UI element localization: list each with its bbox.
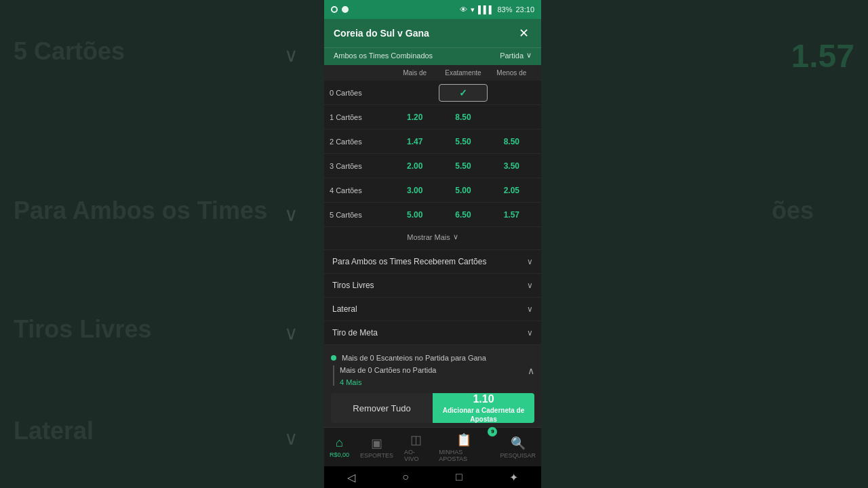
nav-label-minhas-apostas: MINHAS APOSTAS [439,449,489,462]
remove-button[interactable]: Remover Tudo [331,393,433,423]
apostas-badge: 9 [488,427,497,436]
show-more-button[interactable]: Mostrar Mais ∨ [324,227,541,247]
row-value-2-menos[interactable]: 8.50 [488,134,536,149]
row-label-4: 4 Cartões [330,186,391,195]
row-value-1-mais[interactable]: 1.20 [391,110,439,125]
android-recents-button[interactable]: □ [456,471,462,483]
row-value-3-exatamente[interactable]: 5.50 [439,159,487,174]
nav-item-pesquisar[interactable]: 🔍 PESQUISAR [494,433,541,462]
modal: 👁 ▾ ▌▌▌ 83% 23:10 Coreia do Sul v Gana ✕… [324,0,541,488]
table-header: Mais de Exatamente Menos de [324,65,541,81]
row-value-4-menos[interactable]: 2.05 [488,183,536,198]
row-value-1-menos [488,115,536,120]
section-label-2: Lateral [332,304,357,314]
pesquisar-icon: 🔍 [511,436,526,451]
row-value-0-exatamente[interactable]: ✓ [439,84,487,102]
bg-chevron-2: ∨ [284,203,298,226]
add-button-label: Adicionar a Caderneta de Apostas [433,406,534,424]
bg-text-1: 5 Cartões [14,37,125,66]
selection-item-2: Mais de 0 Cartões no Partida [340,365,522,375]
ao-vivo-icon: ◫ [410,432,422,447]
nav-label-esportes: ESPORTES [360,452,393,459]
android-assist-button[interactable]: ✦ [509,471,518,484]
row-value-1-exatamente[interactable]: 8.50 [439,110,487,125]
section-label-3: Tiro de Meta [332,328,378,338]
table-row: 1 Cartões 1.20 8.50 [324,105,541,129]
android-home-button[interactable]: ○ [402,471,409,483]
vertical-line [333,365,334,386]
modal-body[interactable]: Mais de Exatamente Menos de 0 Cartões ✓ … [324,65,541,345]
status-left-icons [331,6,349,13]
bg-text-4: ões [772,197,814,225]
col-header-empty [330,69,391,77]
section-chevron-icon-2: ∨ [527,304,533,314]
row-value-5-mais[interactable]: 5.00 [391,207,439,222]
bottom-panel: Mais de 0 Escanteios no Partida para Gan… [324,345,541,427]
section-both-teams-cards[interactable]: Para Ambos os Times Receberem Cartões ∨ [324,249,541,273]
selection-text-1: Mais de 0 Escanteios no Partida para Gan… [342,353,486,363]
add-to-betslip-button[interactable]: 1.10 Adicionar a Caderneta de Apostas [433,393,534,423]
android-back-button[interactable]: ◁ [347,471,355,484]
close-button[interactable]: ✕ [516,26,532,41]
minhas-apostas-icon: 📋 [456,432,471,447]
row-value-0-menos [488,90,536,96]
bg-text-6: Lateral [14,417,94,445]
nav-item-esportes[interactable]: ▣ ESPORTES [355,433,399,462]
col-header-exatamente: Exatamente [439,69,487,77]
time-text: 23:10 [515,5,534,14]
col-header-menos: Menos de [488,69,536,77]
bg-text-2: 1.57 [791,37,854,75]
section-chevron-icon-0: ∨ [527,257,533,266]
selections-list: Mais de 0 Escanteios no Partida para Gan… [331,350,534,389]
row-value-3-mais[interactable]: 2.00 [391,159,439,174]
nav-label-ao-vivo: AO-VIVO [404,449,428,462]
row-label-5: 5 Cartões [330,211,391,219]
section-lateral[interactable]: Lateral ∨ [324,297,541,321]
selection-item-1: Mais de 0 Escanteios no Partida para Gan… [331,353,534,363]
table-section: Mais de Exatamente Menos de 0 Cartões ✓ … [324,65,541,249]
section-label-0: Para Ambos os Times Receberem Cartões [332,257,486,266]
row-label-2: 2 Cartões [330,138,391,146]
home-icon: ⌂ [336,436,343,450]
subheader-chevron-icon: ∨ [526,51,532,60]
checkmark-icon: ✓ [459,87,467,98]
panel-collapse-icon[interactable]: ∧ [528,365,534,376]
row-value-2-exatamente[interactable]: 5.50 [439,134,487,149]
row-value-5-menos[interactable]: 1.57 [488,207,536,222]
section-tiros-livres[interactable]: Tiros Livres ∨ [324,273,541,297]
bg-chevron-3: ∨ [284,322,298,344]
subheader-tag: Partida ∨ [500,51,532,60]
row-label-1: 1 Cartões [330,113,391,121]
row-value-2-mais[interactable]: 1.47 [391,134,439,149]
section-label-1: Tiros Livres [332,281,374,290]
selection-dot-1 [331,355,336,361]
row-label-3: 3 Cartões [330,162,391,170]
status-right: 👁 ▾ ▌▌▌ 83% 23:10 [460,5,534,14]
table-row: 5 Cartões 5.00 6.50 1.57 [324,203,541,227]
row-value-4-mais[interactable]: 3.00 [391,183,439,198]
row-value-3-menos[interactable]: 3.50 [488,159,536,174]
table-row: 2 Cartões 1.47 5.50 8.50 [324,129,541,154]
bottom-actions: Remover Tudo 1.10 Adicionar a Caderneta … [331,393,534,423]
bottom-nav: ⌂ R$0,00 ▣ ESPORTES ◫ AO-VIVO 📋 9 MINHAS… [324,427,541,466]
selection-more[interactable]: 4 Mais [340,378,522,386]
more-tag[interactable]: 4 Mais [340,378,361,386]
bg-chevron-4: ∨ [284,427,298,449]
status-icon-2 [342,6,349,13]
esportes-icon: ▣ [371,436,382,451]
nav-item-home[interactable]: ⌂ R$0,00 [324,433,355,461]
battery-text: 83% [497,5,512,14]
nav-item-minhas-apostas[interactable]: 📋 9 MINHAS APOSTAS [433,430,494,465]
section-chevron-icon-1: ∨ [527,281,533,290]
row-value-5-exatamente[interactable]: 6.50 [439,207,487,222]
row-value-0-mais [391,90,439,96]
section-chevron-icon-3: ∨ [527,328,533,338]
section-tiro-de-meta[interactable]: Tiro de Meta ∨ [324,321,541,344]
row-value-4-exatamente[interactable]: 5.00 [439,183,487,198]
bg-text-5: Tiros Livres [14,315,151,344]
nav-item-ao-vivo[interactable]: ◫ AO-VIVO [399,430,433,465]
android-nav: ◁ ○ □ ✦ [324,466,541,488]
status-bar: 👁 ▾ ▌▌▌ 83% 23:10 [324,0,541,19]
signal-icon: ▌▌▌ [478,5,494,14]
nav-label-home: R$0,00 [330,451,349,458]
